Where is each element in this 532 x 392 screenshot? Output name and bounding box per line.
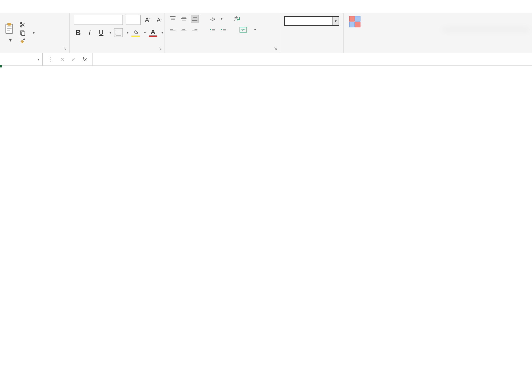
svg-rect-1 <box>7 23 11 25</box>
copy-icon <box>20 30 26 36</box>
align-left-icon[interactable] <box>169 26 177 33</box>
svg-text:c: c <box>234 18 236 22</box>
bold-button[interactable]: B <box>74 28 82 37</box>
align-center-icon[interactable] <box>180 26 188 33</box>
group-styles-peek <box>344 13 366 53</box>
chevron-down-icon[interactable]: ▾ <box>161 31 163 35</box>
chevron-down-icon: ▾ <box>9 36 12 43</box>
group-alignment: ab ▾ abc ▾ ↘ <box>165 13 280 53</box>
group-font: A˄ A˅ B I U ▾ ▾ ▾ A ▾ ↘ <box>70 13 165 53</box>
group-label-font <box>74 50 161 53</box>
group-label-number <box>284 44 339 53</box>
copy-button[interactable]: ▾ <box>20 30 35 36</box>
chevron-down-icon[interactable]: ▾ <box>110 31 111 35</box>
decrease-indent-icon[interactable] <box>209 26 217 33</box>
number-format-dropdown <box>443 28 529 28</box>
chevron-down-icon[interactable]: ▾ <box>127 31 129 35</box>
chevron-down-icon[interactable]: ▾ <box>144 31 146 35</box>
italic-button[interactable]: I <box>85 28 94 37</box>
formula-bar: ▾ ⋮ ✕ ✓ fx <box>0 53 532 66</box>
enter-formula-icon[interactable]: ✓ <box>71 56 76 63</box>
format-painter-button[interactable] <box>20 38 35 44</box>
paintbrush-icon <box>20 38 26 44</box>
font-name-select[interactable] <box>74 15 123 25</box>
increase-indent-icon[interactable] <box>220 26 228 33</box>
svg-rect-8 <box>22 32 25 35</box>
svg-rect-39 <box>349 16 354 21</box>
chevron-down-icon[interactable]: ▾ <box>254 28 256 32</box>
svg-rect-41 <box>349 22 354 27</box>
cut-button[interactable] <box>20 22 35 28</box>
group-label-alignment <box>169 50 276 53</box>
formula-options-icon[interactable]: ⋮ <box>48 56 54 63</box>
svg-text:ab: ab <box>210 16 215 22</box>
group-number: ▾ <box>280 13 344 53</box>
font-dialog-launcher[interactable]: ↘ <box>158 46 163 51</box>
wrap-text-icon: abc <box>234 15 242 22</box>
scissors-icon <box>20 22 26 28</box>
alignment-dialog-launcher[interactable]: ↘ <box>273 46 278 51</box>
increase-font-icon[interactable]: A˄ <box>144 16 152 24</box>
chevron-down-icon[interactable]: ▾ <box>38 57 39 61</box>
align-right-icon[interactable] <box>191 26 199 33</box>
svg-rect-3 <box>7 28 12 29</box>
svg-rect-9 <box>116 30 121 35</box>
chevron-down-icon[interactable]: ▾ <box>332 17 339 25</box>
ribbon: ▾ ▾ <box>0 13 532 53</box>
clipboard-dialog-launcher[interactable]: ↘ <box>63 46 68 51</box>
align-bottom-icon[interactable] <box>191 15 199 22</box>
number-format-combo[interactable]: ▾ <box>284 16 339 26</box>
formula-input[interactable] <box>92 53 532 65</box>
font-color-button[interactable]: A <box>149 28 157 37</box>
merge-center-icon <box>239 26 247 33</box>
chevron-down-icon: ▾ <box>33 31 35 35</box>
svg-rect-2 <box>7 27 12 27</box>
cancel-formula-icon[interactable]: ✕ <box>60 56 65 63</box>
conditional-formatting-icon[interactable] <box>349 16 362 29</box>
font-size-select[interactable] <box>126 15 141 25</box>
align-top-icon[interactable] <box>169 15 177 22</box>
svg-rect-4 <box>7 30 10 31</box>
align-middle-icon[interactable] <box>180 15 188 22</box>
name-box[interactable]: ▾ <box>0 53 43 65</box>
ribbon-tabs <box>0 0 532 13</box>
decrease-font-icon[interactable]: A˅ <box>155 16 164 24</box>
fx-icon[interactable]: fx <box>82 56 87 63</box>
chevron-down-icon[interactable]: ▾ <box>221 17 222 21</box>
svg-rect-42 <box>355 22 360 27</box>
group-label-clipboard <box>4 50 65 53</box>
svg-rect-40 <box>355 16 360 21</box>
selection-marquee <box>0 66 1 67</box>
fill-color-button[interactable] <box>131 28 140 37</box>
paste-button[interactable]: ▾ <box>4 22 16 43</box>
orientation-icon[interactable]: ab <box>209 15 217 22</box>
borders-button[interactable] <box>114 28 123 37</box>
group-clipboard: ▾ ▾ <box>0 13 70 53</box>
underline-button[interactable]: U <box>97 28 105 37</box>
